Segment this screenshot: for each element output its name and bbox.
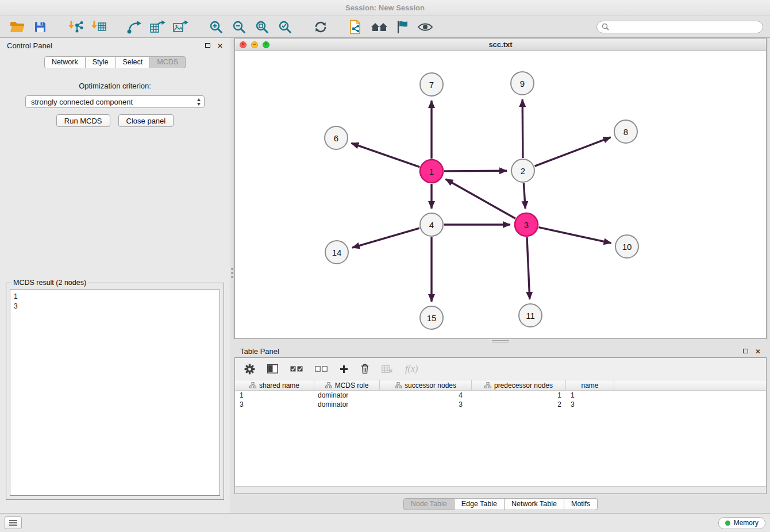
graph-edge[interactable] <box>523 183 525 209</box>
control-panel-title: Control Panel <box>7 41 52 50</box>
open-session-button[interactable] <box>7 18 28 36</box>
export-table-button[interactable] <box>147 18 168 36</box>
graph-edge[interactable] <box>522 99 523 158</box>
table-cell: 3 <box>235 400 314 409</box>
tab-mcds[interactable]: MCDS <box>150 56 186 68</box>
graph-node[interactable]: 6 <box>325 126 348 149</box>
column-type-icon <box>249 382 256 388</box>
graph-node[interactable]: 2 <box>511 159 534 182</box>
zoom-traffic-light-icon[interactable] <box>263 41 270 48</box>
tab-network-table[interactable]: Network Table <box>505 498 564 510</box>
search-icon <box>602 23 609 30</box>
float-panel-icon[interactable] <box>743 349 748 353</box>
control-panel-header: Control Panel <box>0 38 230 53</box>
network-window-titlebar[interactable]: scc.txt <box>235 38 766 51</box>
zoom-out-button[interactable] <box>229 18 249 36</box>
graph-node[interactable]: 4 <box>420 213 443 236</box>
search-input[interactable] <box>612 23 758 31</box>
minimize-traffic-light-icon[interactable] <box>251 41 258 48</box>
select-stepper-icon <box>197 98 201 106</box>
table-panel: Table Panel <box>234 344 767 513</box>
graph-node[interactable]: 7 <box>420 73 443 96</box>
table-row[interactable]: 1dominator411 <box>235 391 766 400</box>
clone-network-button[interactable] <box>346 18 367 36</box>
tab-node-table[interactable]: Node Table <box>403 498 455 510</box>
tab-network[interactable]: Network <box>44 56 86 68</box>
column-header-shared-name[interactable]: shared name <box>235 380 314 390</box>
run-mcds-button[interactable]: Run MCDS <box>56 114 110 127</box>
column-header-successor-nodes[interactable]: successor nodes <box>380 380 472 390</box>
task-history-button[interactable] <box>5 516 22 529</box>
table-settings-gear-icon[interactable] <box>244 364 255 375</box>
vertical-splitter[interactable] <box>230 38 234 513</box>
graph-node[interactable]: 10 <box>615 235 638 258</box>
apply-style-icon <box>396 20 409 34</box>
table-hscrollbar[interactable] <box>235 486 766 494</box>
graph-node[interactable]: 8 <box>614 120 637 143</box>
refresh-view-button[interactable] <box>310 18 331 36</box>
graph-edge[interactable] <box>351 143 419 167</box>
add-row-icon[interactable] <box>340 365 348 373</box>
tab-style[interactable]: Style <box>86 56 116 68</box>
import-table-button[interactable] <box>88 18 109 36</box>
close-panel-icon[interactable] <box>755 346 761 356</box>
save-session-button[interactable] <box>30 18 51 36</box>
table-toolbar: f(x) <box>235 358 766 380</box>
network-canvas[interactable]: 7968124314101511 <box>235 51 766 338</box>
table-cell: 3 <box>566 400 614 409</box>
graph-node[interactable]: 3 <box>515 213 538 236</box>
column-header-mcds-role[interactable]: MCDS role <box>314 380 380 390</box>
tab-edge-table[interactable]: Edge Table <box>455 498 505 510</box>
close-traffic-light-icon[interactable] <box>240 41 247 48</box>
float-panel-icon[interactable] <box>205 43 210 48</box>
zoom-fit-button[interactable] <box>252 18 272 36</box>
memory-button[interactable]: Memory <box>718 517 765 529</box>
zoom-in-icon <box>209 20 223 34</box>
search-box <box>596 21 763 33</box>
graph-node[interactable]: 1 <box>420 160 443 183</box>
horizontal-splitter[interactable] <box>234 339 767 344</box>
function-builder-icon[interactable]: f(x) <box>405 364 418 374</box>
close-panel-icon[interactable] <box>217 40 223 51</box>
graph-edge[interactable] <box>539 228 611 243</box>
tab-motifs[interactable]: Motifs <box>564 498 598 510</box>
graph-node[interactable]: 9 <box>511 72 534 95</box>
select-all-icon[interactable] <box>290 366 303 372</box>
column-header-predecessor-nodes[interactable]: predecessor nodes <box>472 380 566 390</box>
close-panel-button[interactable]: Close panel <box>118 114 174 127</box>
table-cell: dominator <box>314 400 380 409</box>
graph-node[interactable]: 11 <box>519 304 542 327</box>
graph-node[interactable]: 15 <box>420 306 443 329</box>
toolbar-group-misc <box>346 18 436 36</box>
graph-edge[interactable] <box>527 237 530 299</box>
tab-select[interactable]: Select <box>116 56 151 68</box>
table-panel-header: Table Panel <box>234 344 767 358</box>
app-titlebar: Session: New Session <box>0 0 770 16</box>
optimization-criterion-select[interactable]: strongly connected component <box>25 95 205 108</box>
graph-node[interactable]: 14 <box>325 241 348 264</box>
export-network-button[interactable] <box>124 18 145 36</box>
first-neighbors-button[interactable] <box>369 18 390 36</box>
zoom-fit-icon <box>255 20 269 34</box>
show-graphics-details-button[interactable] <box>415 18 436 36</box>
graph-edge[interactable] <box>445 179 515 219</box>
delete-table-icon[interactable] <box>382 365 393 373</box>
delete-row-trash-icon[interactable] <box>360 364 369 374</box>
graph-edge[interactable] <box>535 137 611 166</box>
apply-style-button[interactable] <box>392 18 413 36</box>
import-network-button[interactable] <box>66 18 86 36</box>
export-image-button[interactable] <box>170 18 191 36</box>
deselect-all-icon[interactable] <box>315 366 328 372</box>
graph-edge[interactable] <box>352 228 419 248</box>
column-header-name[interactable]: name <box>566 380 614 390</box>
zoom-selected-button[interactable] <box>275 18 295 36</box>
table-cell: 1 <box>472 391 566 400</box>
graph-edge[interactable] <box>444 171 507 171</box>
table-row[interactable]: 3dominator323 <box>235 400 766 409</box>
show-columns-icon[interactable] <box>267 364 278 373</box>
svg-text:3: 3 <box>524 220 529 230</box>
zoom-in-button[interactable] <box>206 18 226 36</box>
table-body: 1dominator4113dominator323 <box>235 391 766 486</box>
splitter-grip-icon <box>231 268 233 270</box>
mcds-result-list[interactable]: 1 3 <box>10 290 220 496</box>
